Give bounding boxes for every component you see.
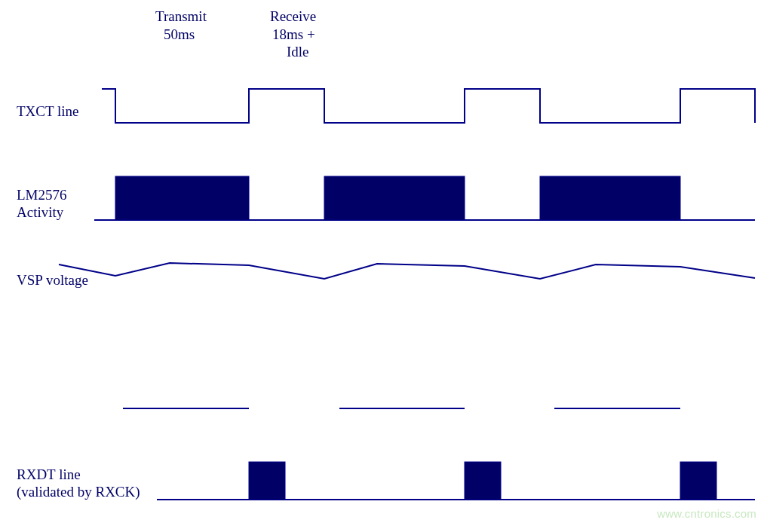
lm2576-waveform: [94, 176, 755, 220]
txct-waveform: [102, 89, 755, 123]
timing-diagram: [0, 0, 764, 532]
vsp-waveform: [59, 263, 755, 279]
svg-rect-3: [540, 176, 680, 220]
svg-rect-9: [465, 462, 501, 500]
svg-rect-10: [680, 462, 716, 500]
svg-rect-1: [115, 176, 249, 220]
rxdt-waveform: [157, 462, 755, 500]
svg-rect-8: [249, 462, 285, 500]
svg-rect-2: [324, 176, 465, 220]
